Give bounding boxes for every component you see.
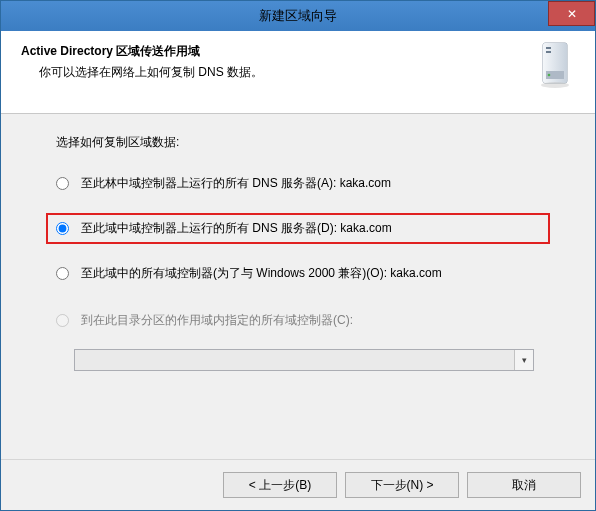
partition-combo: ▾: [74, 349, 534, 371]
radio-all-dcs[interactable]: [56, 267, 69, 280]
radio-domain-dns[interactable]: [56, 222, 69, 235]
back-button[interactable]: < 上一步(B): [223, 472, 337, 498]
next-button[interactable]: 下一步(N) >: [345, 472, 459, 498]
option-forest-dns[interactable]: 至此林中域控制器上运行的所有 DNS 服务器(A): kaka.com: [56, 173, 540, 194]
header-title: Active Directory 区域传送作用域: [21, 43, 515, 60]
wizard-window: 新建区域向导 ✕ Active Directory 区域传送作用域 你可以选择在…: [0, 0, 596, 511]
wizard-footer: < 上一步(B) 下一步(N) > 取消: [1, 459, 595, 510]
radio-partition: [56, 314, 69, 327]
titlebar: 新建区域向导 ✕: [1, 1, 595, 31]
cancel-button[interactable]: 取消: [467, 472, 581, 498]
svg-point-5: [548, 74, 551, 77]
window-title: 新建区域向导: [1, 7, 595, 25]
svg-rect-2: [546, 47, 551, 49]
option-all-dcs[interactable]: 至此域中的所有域控制器(为了与 Windows 2000 兼容)(O): kak…: [56, 263, 540, 284]
option-label: 至此域中的所有域控制器(为了与 Windows 2000 兼容)(O): kak…: [81, 265, 442, 282]
close-icon: ✕: [567, 7, 577, 21]
replication-prompt: 选择如何复制区域数据:: [56, 134, 540, 151]
option-label: 至此域中域控制器上运行的所有 DNS 服务器(D): kaka.com: [81, 220, 392, 237]
svg-rect-3: [546, 51, 551, 53]
option-label: 至此林中域控制器上运行的所有 DNS 服务器(A): kaka.com: [81, 175, 391, 192]
partition-combo-row: ▾: [74, 349, 540, 371]
option-partition: 到在此目录分区的作用域内指定的所有域控制器(C):: [56, 310, 540, 331]
header-subtitle: 你可以选择在网络上如何复制 DNS 数据。: [39, 64, 515, 81]
svg-point-6: [541, 82, 569, 88]
radio-forest-dns[interactable]: [56, 177, 69, 190]
wizard-body: 选择如何复制区域数据: 至此林中域控制器上运行的所有 DNS 服务器(A): k…: [1, 114, 595, 459]
option-domain-dns[interactable]: 至此域中域控制器上运行的所有 DNS 服务器(D): kaka.com: [46, 213, 550, 244]
close-button[interactable]: ✕: [548, 1, 595, 26]
option-label: 到在此目录分区的作用域内指定的所有域控制器(C):: [81, 312, 353, 329]
replication-options: 至此林中域控制器上运行的所有 DNS 服务器(A): kaka.com 至此域中…: [56, 173, 540, 331]
server-icon: [535, 41, 575, 89]
chevron-down-icon: ▾: [514, 350, 533, 370]
wizard-header: Active Directory 区域传送作用域 你可以选择在网络上如何复制 D…: [1, 31, 595, 114]
